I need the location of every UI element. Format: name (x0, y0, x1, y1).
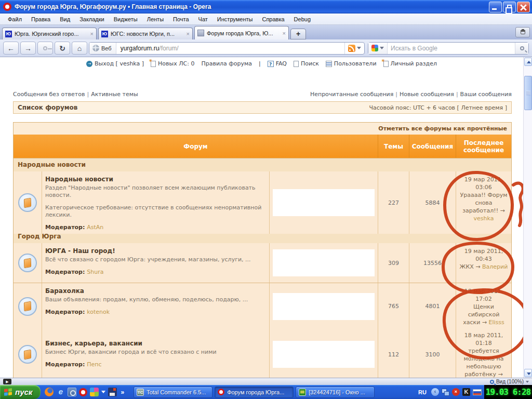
forum-icon (18, 193, 37, 212)
new-posts-link[interactable]: Новые сообщения (400, 91, 454, 98)
opera-icon[interactable] (79, 388, 87, 396)
forward-button[interactable]: → (20, 42, 36, 55)
tab-close-icon[interactable]: × (187, 31, 190, 37)
menu-feeds[interactable]: Ленты (142, 15, 168, 24)
internet-explorer-icon[interactable] (56, 388, 65, 396)
page-scrollbar[interactable] (523, 57, 532, 378)
your-posts-link[interactable]: Ваши сообщения (460, 91, 512, 98)
reload-button[interactable]: ↻ (55, 42, 70, 55)
last-post-date: 18 мар 2011, 01:18 (459, 331, 508, 347)
logout-link[interactable]: → Выход [ veshka ] (86, 60, 144, 67)
new-tab-button[interactable]: + (290, 29, 306, 39)
url-text[interactable]: yurgaforum.ru/forum/ (116, 45, 344, 52)
tab-close-icon[interactable]: × (283, 30, 286, 36)
ucp-link[interactable]: Личный раздел (383, 60, 437, 67)
forum-title-link[interactable]: Бизнес, карьера, вакансии (45, 340, 266, 347)
active-topics-link[interactable]: Активные темы (91, 91, 138, 98)
faq-icon: ? (268, 61, 274, 67)
scrollbar-thumb[interactable] (524, 76, 532, 110)
zoom-label: Вид (100%) (496, 379, 524, 384)
windows-flag-icon (4, 388, 12, 396)
moderator-link[interactable]: Shura (87, 269, 103, 275)
last-post-cell: 19 мар 2011, 03:06 Ураааа!! Форум снова … (456, 171, 511, 234)
menu-mail[interactable]: Почта (168, 15, 194, 24)
restore-button[interactable] (503, 2, 516, 12)
tab-close-icon[interactable]: × (90, 31, 94, 37)
last-post-topic-link[interactable]: ЖКХ → (460, 263, 481, 270)
menu-view[interactable]: Вид (55, 15, 75, 24)
rss-button[interactable] (344, 43, 364, 54)
search-engine-button[interactable] (368, 43, 388, 54)
camera-icon[interactable] (68, 388, 76, 396)
wand-button[interactable] (37, 42, 53, 55)
image-placeholder (273, 341, 375, 368)
mark-forums-read-link[interactable]: Отметить все форумы как прочтённые (14, 123, 511, 135)
close-button[interactable] (517, 2, 530, 12)
menu-chat[interactable]: Чат (194, 15, 212, 24)
scroll-up-button[interactable] (524, 58, 532, 66)
unread-posts-link[interactable]: Непрочитанные сообщения (310, 91, 393, 98)
firefox-icon[interactable] (45, 388, 54, 396)
minimize-button[interactable] (489, 2, 502, 12)
task-total-commander[interactable]: Total Commander 6.5... (134, 387, 212, 398)
tray-clock[interactable]: 19.03 6:28 (484, 385, 532, 399)
search-field[interactable] (368, 42, 529, 55)
menu-edit[interactable]: Правка (26, 15, 55, 24)
menu-file[interactable]: Файл (3, 15, 26, 24)
section-header-narodnye[interactable]: Народные новости (14, 158, 511, 171)
members-link[interactable]: Пользователи (326, 60, 377, 67)
search-go-button[interactable] (515, 43, 528, 54)
menu-bookmarks[interactable]: Закладки (75, 15, 109, 24)
title-bar: Форум города Юрга, Юргафорум.ру • Главна… (0, 0, 532, 14)
menu-widgets[interactable]: Виджеты (109, 15, 142, 24)
acdsee-icon[interactable] (90, 388, 99, 396)
search-link[interactable]: Поиск (294, 60, 319, 67)
last-post-author-link[interactable]: veshka (474, 215, 494, 222)
last-post-date: 19 мар 2011, 00:43 (459, 247, 508, 263)
forum-title-link[interactable]: Народные новости (45, 176, 266, 183)
task-icq-window[interactable]: [324424716] - Окно ... (296, 387, 375, 398)
last-post-topic-link[interactable]: требуется молодёжь на небольшую работёнк… (464, 348, 504, 378)
forum-title-link[interactable]: Барахолка (45, 287, 266, 295)
menu-tools[interactable]: Инструменты (212, 15, 258, 24)
moderator-link[interactable]: kotenok (87, 309, 110, 315)
search-input[interactable] (388, 45, 515, 52)
chevron-down-icon[interactable] (101, 391, 105, 393)
language-indicator[interactable]: RU (416, 388, 429, 396)
task-opera-forum[interactable]: Форум города Юрга... (215, 387, 294, 398)
unanswered-link[interactable]: Сообщения без ответов (13, 91, 85, 98)
url-host: yurgaforum.ru (121, 45, 159, 52)
tray-collapse-icon[interactable]: ‹ (431, 388, 439, 396)
scroll-down-button[interactable] (524, 369, 532, 377)
panels-toggle-button[interactable]: ▶ (3, 379, 11, 384)
tab-yugs-news[interactable]: Ю ЮГС: новости Юрги, п... × (98, 28, 193, 39)
menu-help[interactable]: Справка (257, 15, 289, 24)
disconnected-icon[interactable]: × (452, 388, 460, 396)
moderator-link[interactable]: Пепс (87, 361, 101, 368)
menu-debug[interactable]: Debug (289, 15, 315, 24)
forum-title-link[interactable]: ЮРГА - Наш город! (45, 247, 266, 255)
back-button[interactable]: ← (3, 42, 19, 55)
last-post-cell: 18 мар 2011, 01:18 требуется молодёжь на… (456, 327, 511, 378)
russian-flag-icon[interactable] (473, 389, 482, 395)
faq-link[interactable]: ? FAQ (268, 60, 287, 67)
board-index-title[interactable]: Список форумов (18, 104, 77, 111)
closed-tabs-button[interactable] (515, 27, 530, 37)
start-button[interactable]: пуск (0, 385, 41, 399)
moderator-link[interactable]: AstAn (87, 224, 103, 231)
floppy-save-icon[interactable] (108, 388, 117, 396)
network-icon[interactable] (442, 388, 449, 396)
private-messages-link[interactable]: Новых ЛС: 0 (151, 60, 194, 67)
last-post-author-link[interactable]: Валерий (482, 263, 508, 270)
tab-yurga-city[interactable]: Ю Юрга. Юргинский горо... × (2, 28, 97, 39)
last-post-author-link[interactable]: Elisss (489, 319, 504, 326)
url-field[interactable]: Веб yurgaforum.ru/forum/ (89, 42, 365, 55)
overflow-chevron-icon[interactable]: » (121, 389, 124, 396)
forum-rules-link[interactable]: Правила форума (201, 60, 252, 67)
zoom-control[interactable]: Вид (100%) (490, 379, 529, 384)
last-post-topic-link[interactable]: Ураааа!! Форум снова заработал!! → (460, 192, 508, 214)
home-button[interactable]: ⌂ (72, 42, 87, 55)
tab-forum-active[interactable]: Форум города Юрга, Ю... × (194, 26, 289, 39)
kaspersky-icon[interactable]: K (462, 388, 470, 396)
web-mode-button[interactable]: Веб (89, 43, 116, 54)
